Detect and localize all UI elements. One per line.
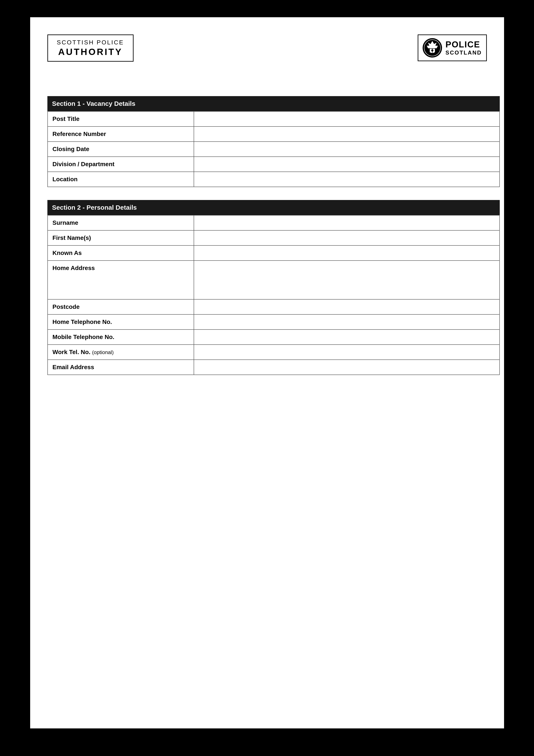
- post-title-label: Post Title: [48, 111, 194, 126]
- spa-logo-line1: SCOTTISH POLICE: [54, 39, 127, 46]
- section2: Section 2 - Personal Details Surname Fir…: [47, 200, 487, 375]
- location-label: Location: [48, 172, 194, 187]
- email-address-label: Email Address: [48, 360, 194, 375]
- spa-logo-line2: AUTHORITY: [54, 47, 127, 57]
- table-row: Location: [48, 172, 499, 187]
- police-logo-line2: SCOTLAND: [445, 49, 482, 56]
- reference-number-label: Reference Number: [48, 126, 194, 142]
- home-address-label: Home Address: [48, 260, 194, 299]
- police-text: POLICE SCOTLAND: [445, 40, 482, 56]
- surname-value[interactable]: [194, 215, 499, 230]
- table-row: First Name(s): [48, 230, 499, 245]
- table-row: Known As: [48, 245, 499, 260]
- closing-date-label: Closing Date: [48, 142, 194, 157]
- location-value[interactable]: [194, 172, 499, 187]
- work-telephone-value[interactable]: [194, 345, 499, 360]
- known-as-label: Known As: [48, 245, 194, 260]
- closing-date-value[interactable]: [194, 142, 499, 157]
- work-telephone-label: Work Tel. No. (optional): [48, 345, 194, 360]
- table-row: Postcode: [48, 299, 499, 314]
- work-telephone-optional: (optional): [92, 349, 114, 355]
- surname-label: Surname: [48, 215, 194, 230]
- known-as-value[interactable]: [194, 245, 499, 260]
- mobile-telephone-value[interactable]: [194, 330, 499, 345]
- section2-header: Section 2 - Personal Details: [47, 200, 500, 215]
- division-department-value[interactable]: [194, 157, 499, 172]
- section2-table: Surname First Name(s) Known As Home Addr…: [47, 215, 500, 375]
- police-badge-icon: [423, 38, 442, 58]
- police-logo-line1: POLICE: [445, 40, 482, 49]
- table-row: Email Address: [48, 360, 499, 375]
- spa-logo: SCOTTISH POLICE AUTHORITY: [47, 35, 134, 62]
- home-telephone-label: Home Telephone No.: [48, 314, 194, 330]
- table-row: Post Title: [48, 111, 499, 126]
- first-names-label: First Name(s): [48, 230, 194, 245]
- table-row: Mobile Telephone No.: [48, 330, 499, 345]
- section1-table: Post Title Reference Number Closing Date…: [47, 111, 500, 187]
- home-telephone-value[interactable]: [194, 314, 499, 330]
- mobile-telephone-label: Mobile Telephone No.: [48, 330, 194, 345]
- section1: Section 1 - Vacancy Details Post Title R…: [47, 96, 487, 187]
- table-row: Division / Department: [48, 157, 499, 172]
- email-address-value[interactable]: [194, 360, 499, 375]
- table-row: Closing Date: [48, 142, 499, 157]
- table-row: Home Telephone No.: [48, 314, 499, 330]
- police-logo: POLICE SCOTLAND: [418, 35, 487, 61]
- table-row: Reference Number: [48, 126, 499, 142]
- table-row: Home Address: [48, 260, 499, 299]
- header: SCOTTISH POLICE AUTHORITY POLICE: [47, 35, 487, 62]
- division-department-label: Division / Department: [48, 157, 194, 172]
- section1-header: Section 1 - Vacancy Details: [47, 96, 500, 111]
- reference-number-value[interactable]: [194, 126, 499, 142]
- table-row: Work Tel. No. (optional): [48, 345, 499, 360]
- first-names-value[interactable]: [194, 230, 499, 245]
- table-row: Surname: [48, 215, 499, 230]
- page: SCOTTISH POLICE AUTHORITY POLICE: [30, 17, 504, 728]
- post-title-value[interactable]: [194, 111, 499, 126]
- postcode-value[interactable]: [194, 299, 499, 314]
- home-address-value[interactable]: [194, 260, 499, 299]
- postcode-label: Postcode: [48, 299, 194, 314]
